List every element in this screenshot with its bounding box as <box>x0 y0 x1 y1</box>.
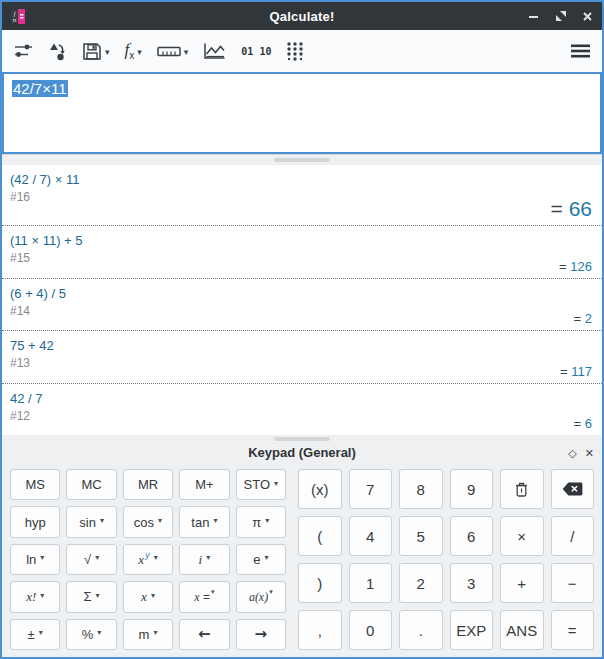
key-1[interactable]: 1 <box>349 563 393 603</box>
key-close-paren[interactable]: ) <box>298 563 342 603</box>
key-3[interactable]: 3 <box>450 563 494 603</box>
history-expression: (11 × 11) + 5 <box>10 233 592 248</box>
key-mc[interactable]: MC <box>66 469 116 500</box>
history-expression: (42 / 7) × 11 <box>10 172 592 187</box>
key-e[interactable]: e <box>236 544 286 575</box>
key-power[interactable]: xy <box>123 544 173 575</box>
keypad-header: Keypad (General) <box>2 435 602 464</box>
key-sum[interactable]: Σ <box>66 581 116 612</box>
key-hyp[interactable]: hyp <box>10 506 60 537</box>
plot-icon[interactable] <box>203 42 226 60</box>
history-keypad-splitter-handle[interactable] <box>274 437 330 441</box>
keypad: MS MC MR M+ STO hyp sin cos tan π ln √ x… <box>2 464 602 657</box>
history-index: #16 <box>10 190 30 204</box>
keypad-icon[interactable] <box>286 41 304 61</box>
key-cursor-right[interactable]: → <box>236 619 286 650</box>
key-open-paren[interactable]: ( <box>298 516 342 556</box>
history-expression: 75 + 42 <box>10 338 592 353</box>
history-expression: (6 + 4) / 5 <box>10 286 592 301</box>
chevron-down-icon: ▾ <box>105 47 110 57</box>
units-icon[interactable]: ▾ <box>157 45 189 58</box>
key-0[interactable]: 0 <box>349 610 393 650</box>
restore-icon[interactable] <box>554 10 567 23</box>
key-plusminus[interactable]: ± <box>10 619 60 650</box>
keypad-right: (x) 7 8 9 ( 4 5 6 × <box>298 469 594 650</box>
key-sqrt[interactable]: √ <box>66 544 116 575</box>
expression-input[interactable]: 42/7×11 <box>2 72 602 154</box>
key-function-ax[interactable]: a(x) <box>236 581 286 612</box>
key-comma[interactable]: , <box>298 610 342 650</box>
key-mplus[interactable]: M+ <box>179 469 229 500</box>
history-index: #15 <box>10 251 30 265</box>
history-expression: 42 / 7 <box>10 391 592 406</box>
input-history-splitter[interactable] <box>2 154 602 165</box>
detach-icon[interactable] <box>568 443 576 461</box>
titlebar: f π Qalculate! <box>2 2 602 30</box>
history-result: = 117 <box>560 364 592 379</box>
key-sto[interactable]: STO <box>236 469 286 500</box>
history-entry[interactable]: (6 + 4) / 5 #14 = 2 <box>2 279 602 331</box>
keypad-left: MS MC MR M+ STO hyp sin cos tan π ln √ x… <box>10 469 286 650</box>
window-title: Qalculate! <box>2 9 602 24</box>
mode-sliders-icon[interactable] <box>14 43 33 59</box>
key-cursor-left[interactable]: ← <box>179 619 229 650</box>
key-exp[interactable]: EXP <box>450 610 494 650</box>
key-imaginary[interactable]: i <box>179 544 229 575</box>
splitter-handle[interactable] <box>274 158 330 162</box>
key-equals-solve[interactable]: x = <box>179 581 229 612</box>
toolbar: ▾ fx ▾ ▾ 0110 <box>2 30 602 72</box>
key-mr[interactable]: MR <box>123 469 173 500</box>
history-index: #13 <box>10 356 30 370</box>
history-entry[interactable]: 75 + 42 #13 = 117 <box>2 331 602 383</box>
key-pi[interactable]: π <box>236 506 286 537</box>
key-add[interactable]: + <box>500 563 544 603</box>
key-equals[interactable]: = <box>551 610 595 650</box>
key-4[interactable]: 4 <box>349 516 393 556</box>
key-ms[interactable]: MS <box>10 469 60 500</box>
key-5[interactable]: 5 <box>399 516 443 556</box>
key-ln[interactable]: ln <box>10 544 60 575</box>
save-icon[interactable]: ▾ <box>82 42 110 61</box>
key-cos[interactable]: cos <box>123 506 173 537</box>
history-result: = 6 <box>574 416 592 431</box>
history-entry[interactable]: (42 / 7) × 11 #16 = 66 <box>2 165 602 226</box>
keypad-close-icon[interactable] <box>585 443 594 461</box>
qalculate-window: f π Qalculate! <box>0 0 604 659</box>
key-unit-m[interactable]: m <box>123 619 173 650</box>
window-controls <box>527 10 594 23</box>
key-7[interactable]: 7 <box>349 469 393 509</box>
history-entry[interactable]: (11 × 11) + 5 #15 = 126 <box>2 226 602 278</box>
key-factorial[interactable]: x! <box>10 581 60 612</box>
key-percent[interactable]: % <box>66 619 116 650</box>
key-9[interactable]: 9 <box>450 469 494 509</box>
key-x-variable[interactable]: x <box>123 581 173 612</box>
menu-icon[interactable] <box>571 44 590 58</box>
history-result: = 2 <box>574 311 592 326</box>
chevron-down-icon: ▾ <box>184 47 189 57</box>
chevron-down-icon: ▾ <box>137 47 142 57</box>
history-index: #14 <box>10 304 30 318</box>
key-multiply[interactable]: × <box>500 516 544 556</box>
key-backspace-icon[interactable] <box>551 469 595 509</box>
key-divide[interactable]: / <box>551 516 595 556</box>
keypad-title: Keypad (General) <box>248 445 356 464</box>
number-bases-icon[interactable]: 0110 <box>241 47 271 56</box>
convert-icon[interactable] <box>48 42 67 61</box>
key-ans[interactable]: ANS <box>500 610 544 650</box>
history-index: #12 <box>10 409 30 423</box>
history-list: (42 / 7) × 11 #16 = 66 (11 × 11) + 5 #15… <box>2 165 602 435</box>
key-sin[interactable]: sin <box>66 506 116 537</box>
selected-expression-text: 42/7×11 <box>12 80 68 97</box>
key-fx-paren[interactable]: (x) <box>298 469 342 509</box>
history-entry[interactable]: 42 / 7 #12 = 6 <box>2 384 602 435</box>
key-clear-trash-icon[interactable] <box>500 469 544 509</box>
functions-icon[interactable]: fx ▾ <box>125 41 142 61</box>
key-decimal[interactable]: . <box>399 610 443 650</box>
key-6[interactable]: 6 <box>450 516 494 556</box>
key-2[interactable]: 2 <box>399 563 443 603</box>
key-tan[interactable]: tan <box>179 506 229 537</box>
close-icon[interactable] <box>581 10 594 23</box>
minimize-icon[interactable] <box>527 10 540 23</box>
key-8[interactable]: 8 <box>399 469 443 509</box>
key-subtract[interactable]: − <box>551 563 595 603</box>
